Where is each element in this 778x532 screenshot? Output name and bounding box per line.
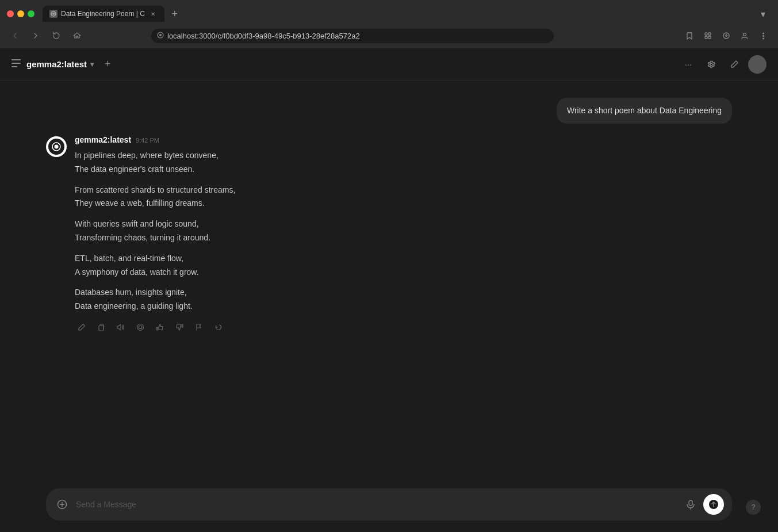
url-text: localhost:3000/c/f0bd0df3-9a98-49c5-b913… [167,32,546,40]
poem-line-4: They weave a web, fulfilling dreams. [75,198,205,208]
edit-icon[interactable] [725,55,743,74]
maximize-button[interactable] [28,10,35,17]
poem-line-10: Data engineering, a guiding light. [75,301,193,311]
bookmark-button[interactable] [681,28,697,44]
security-icon [157,32,164,40]
back-button[interactable] [7,28,23,44]
profile-button[interactable] [737,28,753,44]
copy-message-button[interactable] [94,320,108,334]
input-container [46,488,732,520]
model-name: gemma2:latest [26,59,87,69]
assistant-avatar [46,136,67,157]
send-button[interactable] [703,494,724,515]
svg-point-9 [743,33,746,36]
tab-close-button[interactable]: ✕ [148,9,158,18]
more-options-button[interactable]: ··· [679,55,697,74]
extensions-button[interactable] [700,28,716,44]
home-button[interactable] [69,28,85,44]
thumbs-down-button[interactable] [173,320,186,334]
poem-stanza-2: From scattered shards to structured stre… [75,183,732,211]
poem-line-6: Transforming chaos, turning it around. [75,233,210,242]
settings-icon[interactable] [702,55,720,74]
downloads-button[interactable] [718,28,734,44]
thumbs-up-button[interactable] [153,320,167,334]
svg-point-1 [52,13,55,15]
help-button[interactable]: ? [746,500,761,515]
tab-title: Data Engineering Poem | C [61,10,145,18]
chat-area: Write a short poem about Data Engineerin… [0,81,778,479]
input-right-buttons [681,494,724,515]
app-header: gemma2:latest ▾ + ··· [0,48,778,81]
add-attachment-button[interactable] [54,496,70,512]
svg-point-17 [55,145,59,149]
svg-rect-4 [705,33,707,35]
address-bar: localhost:3000/c/f0bd0df3-9a98-49c5-b913… [0,23,778,48]
poem-line-9: Databases hum, insights ignite, [75,288,187,297]
forward-button[interactable] [28,28,44,44]
svg-rect-14 [12,63,21,64]
svg-rect-20 [139,326,142,328]
assistant-name: gemma2:latest [75,135,131,144]
svg-rect-6 [705,36,707,39]
poem-line-3: From scattered shards to structured stre… [75,185,235,194]
refresh-button[interactable] [48,28,64,44]
new-chat-button[interactable]: + [99,56,116,72]
new-tab-button[interactable]: + [167,6,183,22]
poem-line-1: In pipelines deep, where bytes convene, [75,151,219,160]
assistant-avatar-inner [47,137,66,156]
svg-point-11 [762,35,764,37]
poem-line-2: The data engineer's craft unseen. [75,164,194,174]
poem-line-8: A symphony of data, watch it grow. [75,267,199,277]
browser-chrome: Data Engineering Poem | C ✕ + ▾ [0,0,778,48]
header-left: gemma2:latest ▾ + [12,56,116,72]
header-right: ··· [679,55,766,74]
minimize-button[interactable] [17,10,24,17]
audio-button[interactable] [114,320,128,334]
user-message-text: Write a short poem about Data Engineerin… [567,106,722,115]
svg-rect-7 [708,36,711,39]
url-bar[interactable]: localhost:3000/c/f0bd0df3-9a98-49c5-b913… [151,29,554,43]
user-message-bubble: Write a short poem about Data Engineerin… [557,98,732,124]
close-button[interactable] [7,10,14,17]
message-actions [75,320,732,334]
tab-bar: Data Engineering Poem | C ✕ + ▾ [0,0,778,23]
tab-favicon [49,10,58,18]
poem-line-7: ETL, batch, and real-time flow, [75,254,183,263]
edit-message-button[interactable] [75,320,89,334]
regenerate-button[interactable] [212,320,225,334]
traffic-lights [7,10,35,17]
poem-stanza-5: Databases hum, insights ignite, Data eng… [75,286,732,313]
tab-bar-menu-button[interactable]: ▾ [755,6,771,22]
browser-menu-button[interactable] [755,28,771,44]
assistant-message-container: gemma2:latest 9:42 PM In pipelines deep,… [46,135,732,334]
assistant-poem: In pipelines deep, where bytes convene, … [75,149,732,313]
poem-line-5: With queries swift and logic sound, [75,219,199,228]
model-selector[interactable]: gemma2:latest ▾ [26,59,94,69]
assistant-name-row: gemma2:latest 9:42 PM [75,135,732,144]
message-input[interactable] [76,500,676,509]
assistant-content: gemma2:latest 9:42 PM In pipelines deep,… [75,135,732,334]
svg-rect-15 [12,66,17,67]
poem-stanza-3: With queries swift and logic sound, Tran… [75,217,732,245]
svg-point-10 [762,32,764,34]
poem-stanza-1: In pipelines deep, where bytes convene, … [75,149,732,177]
sidebar-toggle-icon[interactable] [12,59,21,70]
poem-stanza-4: ETL, batch, and real-time flow, A sympho… [75,252,732,280]
active-tab[interactable]: Data Engineering Poem | C ✕ [43,6,164,22]
app-window: gemma2:latest ▾ + ··· [0,48,778,532]
svg-point-3 [159,34,162,36]
stop-button[interactable] [133,320,147,334]
svg-rect-5 [708,33,711,35]
microphone-button[interactable] [681,495,700,514]
assistant-time: 9:42 PM [136,137,159,144]
svg-rect-18 [99,326,104,331]
user-avatar[interactable] [748,55,766,74]
svg-rect-13 [12,59,21,60]
chevron-down-icon: ▾ [90,60,94,68]
svg-rect-22 [689,500,692,506]
user-message-container: Write a short poem about Data Engineerin… [46,98,732,124]
input-area [0,479,778,532]
svg-point-19 [137,324,144,330]
svg-point-12 [762,37,764,39]
flag-button[interactable] [192,320,206,334]
